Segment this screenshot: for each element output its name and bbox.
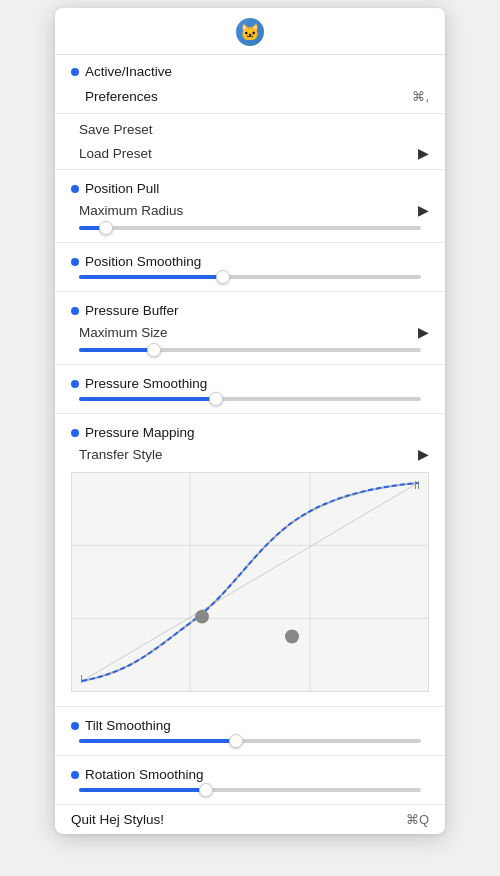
transfer-style-item[interactable]: Transfer Style ▶ [55,442,445,466]
active-inactive-left: Active/Inactive [71,64,172,79]
maximum-size-arrow: ▶ [418,324,429,340]
rotation-smoothing-slider-row [55,784,445,800]
maximum-size-item[interactable]: Maximum Size ▶ [55,320,445,344]
save-preset-item[interactable]: Save Preset [55,118,445,141]
chart-label-bottom: I [80,673,83,685]
position-pull-label: Position Pull [85,181,159,196]
pressure-buffer-slider-row [55,344,445,360]
menu-header: 🐱 [55,8,445,55]
position-pull-slider-row [55,222,445,238]
active-inactive-label: Active/Inactive [85,64,172,79]
transfer-style-arrow: ▶ [418,446,429,462]
rotation-smoothing-thumb[interactable] [199,783,213,797]
control-point-1[interactable] [195,610,209,624]
pressure-buffer-thumb[interactable] [147,343,161,357]
control-point-2[interactable] [285,630,299,644]
tilt-smoothing-slider-row [55,735,445,751]
position-smoothing-fill [79,275,223,279]
position-smoothing-label: Position Smoothing [85,254,201,269]
tilt-smoothing-track[interactable] [79,739,421,743]
preferences-shortcut: ⌘, [412,89,429,104]
pressure-smoothing-track[interactable] [79,397,421,401]
load-preset-arrow: ▶ [418,145,429,161]
position-smoothing-slider-row [55,271,445,287]
load-preset-label: Load Preset [79,146,152,161]
pressure-buffer-row: Pressure Buffer [55,296,445,320]
tilt-smoothing-thumb[interactable] [229,734,243,748]
active-indicator-dot [71,68,79,76]
chart-label-top: II [414,479,420,491]
position-smoothing-row: Position Smoothing [55,247,445,271]
position-smoothing-track[interactable] [79,275,421,279]
position-smoothing-dot [71,258,79,266]
pressure-mapping-row: Pressure Mapping [55,418,445,442]
maximum-radius-item[interactable]: Maximum Radius ▶ [55,198,445,222]
transfer-style-label: Transfer Style [79,447,163,462]
pressure-smoothing-slider-row [55,393,445,409]
pressure-smoothing-dot [71,380,79,388]
preferences-item[interactable]: Preferences ⌘, [55,84,445,109]
pressure-buffer-dot [71,307,79,315]
tilt-smoothing-row: Tilt Smoothing [55,711,445,735]
rotation-smoothing-label: Rotation Smoothing [85,767,204,782]
position-smoothing-thumb[interactable] [216,270,230,284]
tilt-smoothing-fill [79,739,236,743]
pressure-buffer-track[interactable] [79,348,421,352]
section-pressure-buffer: Pressure Buffer Maximum Size ▶ [55,292,445,365]
maximum-radius-arrow: ▶ [418,202,429,218]
pressure-smoothing-label: Pressure Smoothing [85,376,207,391]
svg-line-4 [82,483,418,681]
section-position-smoothing: Position Smoothing [55,243,445,292]
rotation-smoothing-row: Rotation Smoothing [55,760,445,784]
save-preset-label: Save Preset [79,122,153,137]
pressure-buffer-label: Pressure Buffer [85,303,179,318]
tilt-smoothing-dot [71,722,79,730]
section-pressure-mapping: Pressure Mapping Transfer Style ▶ II I [55,414,445,707]
rotation-smoothing-track[interactable] [79,788,421,792]
pressure-mapping-label: Pressure Mapping [85,425,195,440]
pressure-buffer-fill [79,348,154,352]
quit-item[interactable]: Quit Hej Stylus! ⌘Q [55,805,445,834]
section-position-pull: Position Pull Maximum Radius ▶ [55,170,445,243]
active-inactive-item[interactable]: Active/Inactive [55,59,445,84]
quit-label: Quit Hej Stylus! [71,812,164,827]
position-pull-row: Position Pull [55,174,445,198]
maximum-size-label: Maximum Size [79,325,168,340]
pressure-curve-svg [72,473,428,691]
load-preset-item[interactable]: Load Preset ▶ [55,141,445,165]
rotation-smoothing-fill [79,788,206,792]
pressure-smoothing-fill [79,397,216,401]
pressure-mapping-dot [71,429,79,437]
tilt-smoothing-label: Tilt Smoothing [85,718,171,733]
position-pull-dot [71,185,79,193]
section-presets: Save Preset Load Preset ▶ [55,114,445,170]
pressure-smoothing-thumb[interactable] [209,392,223,406]
section-active: Active/Inactive Preferences ⌘, [55,55,445,114]
pressure-smoothing-row: Pressure Smoothing [55,369,445,393]
app-icon-emoji: 🐱 [240,23,260,42]
section-pressure-smoothing: Pressure Smoothing [55,365,445,414]
maximum-radius-label: Maximum Radius [79,203,183,218]
quit-shortcut: ⌘Q [406,812,429,827]
pressure-mapping-chart[interactable]: II I [71,472,429,692]
rotation-smoothing-dot [71,771,79,779]
position-pull-thumb[interactable] [99,221,113,235]
menu-panel: 🐱 Active/Inactive Preferences ⌘, Save Pr… [55,8,445,834]
position-pull-track[interactable] [79,226,421,230]
section-rotation-smoothing: Rotation Smoothing [55,756,445,805]
section-tilt-smoothing: Tilt Smoothing [55,707,445,756]
app-icon: 🐱 [236,18,264,46]
preferences-label: Preferences [71,89,158,104]
